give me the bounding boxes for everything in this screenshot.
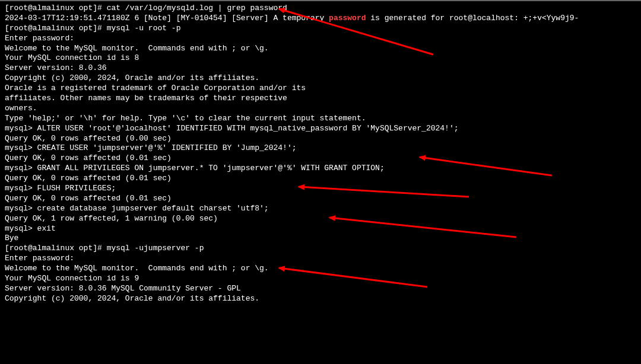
terminal-line: 2024-03-17T12:19:51.471180Z 6 [Note] [MY…	[5, 14, 636, 24]
terminal-line: owners.	[5, 104, 636, 114]
terminal-line: Copyright (c) 2000, 2024, Oracle and/or …	[5, 294, 636, 304]
terminal-line: Server version: 8.0.36	[5, 63, 636, 74]
terminal-line: Welcome to the MySQL monitor. Commands e…	[5, 44, 636, 54]
terminal-line: [root@almalinux opt]# mysql -u root -p	[5, 24, 636, 34]
terminal-line: Query OK, 0 rows affected (0.00 sec)	[5, 134, 636, 144]
terminal-line: Query OK, 1 row affected, 1 warning (0.0…	[5, 214, 636, 224]
terminal-line: Enter password:	[5, 254, 636, 264]
terminal-line: Welcome to the MySQL monitor. Commands e…	[5, 264, 636, 274]
terminal-line: Your MySQL connection id is 8	[5, 53, 636, 63]
terminal-line: affiliates. Other names may be trademark…	[5, 94, 636, 104]
terminal-line: [root@almalinux opt]# cat /var/log/mysql…	[5, 4, 636, 14]
terminal-line: Query OK, 0 rows affected (0.01 sec)	[5, 194, 636, 204]
terminal-line: mysql> ALTER USER 'root'@'localhost' IDE…	[5, 124, 636, 134]
terminal-line: Type 'help;' or '\h' for help. Type '\c'…	[5, 114, 636, 124]
terminal-line: mysql> exit	[5, 224, 636, 234]
terminal-line: Query OK, 0 rows affected (0.01 sec)	[5, 174, 636, 184]
terminal-line: Copyright (c) 2000, 2024, Oracle and/or …	[5, 74, 636, 84]
terminal-line: mysql> FLUSH PRIVILEGES;	[5, 184, 636, 194]
terminal-output[interactable]: [root@almalinux opt]# cat /var/log/mysql…	[5, 4, 636, 304]
terminal-line: Server version: 8.0.36 MySQL Community S…	[5, 284, 636, 294]
terminal-line: [root@almalinux opt]# mysql -ujumpserver…	[5, 244, 636, 254]
terminal-line: mysql> create database jumpserver defaul…	[5, 204, 636, 214]
terminal-line: Enter password:	[5, 34, 636, 44]
terminal-line: Oracle is a registered trademark of Orac…	[5, 84, 636, 94]
terminal-line: Your MySQL connection id is 9	[5, 274, 636, 284]
terminal-line: mysql> GRANT ALL PRIVILEGES ON jumpserve…	[5, 164, 636, 174]
terminal-line: mysql> CREATE USER 'jumpserver'@'%' IDEN…	[5, 143, 636, 154]
terminal-line: Bye	[5, 234, 636, 244]
terminal-line: Query OK, 0 rows affected (0.01 sec)	[5, 154, 636, 164]
